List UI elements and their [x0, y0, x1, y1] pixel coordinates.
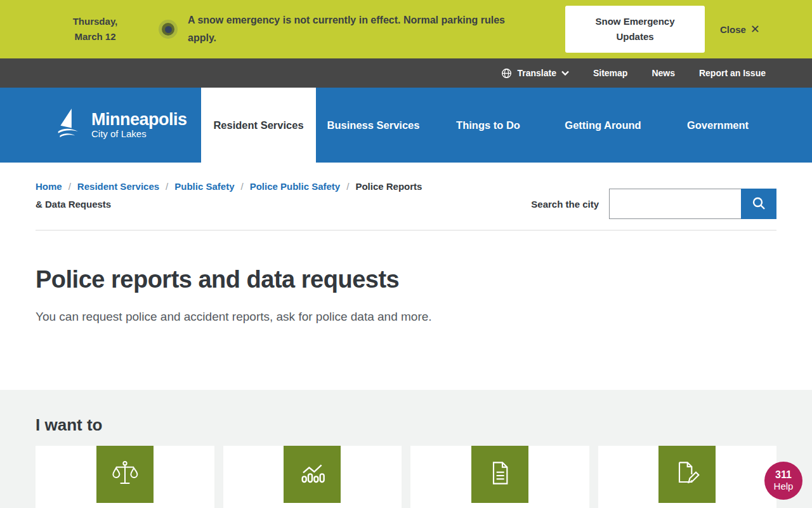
logo-name: Minneapolis	[91, 110, 187, 128]
globe-icon	[501, 68, 512, 79]
snow-status-icon	[159, 20, 178, 39]
nav-tab-government[interactable]: Government	[660, 88, 775, 163]
card-icon-box	[284, 446, 341, 503]
chevron-down-icon	[561, 70, 569, 76]
i-want-to-heading: I want to	[36, 415, 776, 435]
search-icon	[752, 196, 766, 212]
logo-tagline: City of Lakes	[91, 128, 187, 140]
breadcrumb-link-public-safety[interactable]: Public Safety	[174, 181, 234, 192]
nav-tab-getting-around[interactable]: Getting Around	[546, 88, 660, 163]
page-intro-text: You can request police and accident repo…	[36, 307, 442, 326]
i-want-to-section: I want to	[0, 390, 812, 508]
utility-link-news[interactable]: News	[652, 68, 675, 78]
utility-link-report-an-issue[interactable]: Report an Issue	[699, 68, 766, 78]
breadcrumb-link-home[interactable]: Home	[36, 181, 62, 192]
breadcrumb-separator: /	[240, 181, 243, 192]
breadcrumb-search-row: Home/Resident Services/Public Safety/Pol…	[0, 163, 812, 230]
site-search: Search the city	[531, 178, 776, 230]
minneapolis-logo[interactable]: Minneapolis City of Lakes	[0, 88, 201, 163]
banner-date-line2: March 12	[57, 29, 133, 44]
nav-tab-things-to-do[interactable]: Things to Do	[431, 88, 546, 163]
card-icon-box	[658, 446, 716, 503]
snow-status-icon-ring	[162, 23, 174, 36]
sailboat-icon	[56, 107, 85, 143]
search-label: Search the city	[531, 199, 599, 210]
banner-date-line1: Thursday,	[57, 14, 133, 29]
crime-data-chart-icon	[297, 458, 327, 491]
nav-tab-resident-services[interactable]: Resident Services	[201, 88, 316, 163]
translate-dropdown[interactable]: Translate	[501, 68, 568, 79]
card-icon-box	[96, 446, 154, 503]
breadcrumb-separator: /	[346, 181, 349, 192]
utility-bar: Translate Sitemap News Report an Issue	[0, 58, 812, 88]
banner-date: Thursday, March 12	[57, 14, 133, 44]
request-form-edit-icon	[672, 458, 702, 491]
main-navigation: Minneapolis City of Lakes Resident Servi…	[0, 88, 812, 163]
breadcrumb-separator: /	[166, 181, 168, 192]
translate-label: Translate	[517, 68, 556, 78]
help-311-button[interactable]: 311 Help	[764, 462, 802, 500]
breadcrumb-link-resident-services[interactable]: Resident Services	[77, 181, 159, 192]
banner-close-button[interactable]: Close ✕	[720, 22, 760, 36]
utility-link-sitemap[interactable]: Sitemap	[593, 68, 627, 78]
banner-close-label: Close	[720, 24, 746, 35]
nav-items: Resident Services Business Services Thin…	[201, 88, 775, 163]
help-311-label: Help	[774, 481, 794, 492]
snow-status-icon-core	[165, 26, 172, 33]
logo-text: Minneapolis City of Lakes	[91, 110, 187, 140]
breadcrumb-separator: /	[69, 181, 71, 192]
report-document-icon	[485, 458, 515, 491]
search-button[interactable]	[741, 189, 776, 219]
card-request-form[interactable]	[598, 446, 777, 508]
page-title: Police reports and data requests	[36, 266, 776, 293]
banner-message: A snow emergency is not currently in eff…	[188, 11, 534, 47]
snow-emergency-updates-button[interactable]: Snow Emergency Updates	[565, 6, 705, 53]
card-icon-box	[471, 446, 528, 503]
page-intro: Police reports and data requests You can…	[0, 231, 812, 390]
breadcrumb-link-police-public-safety[interactable]: Police Public Safety	[250, 181, 341, 192]
card-scales[interactable]	[36, 446, 214, 508]
nav-tab-business-services[interactable]: Business Services	[316, 88, 431, 163]
snow-emergency-banner: Thursday, March 12 A snow emergency is n…	[0, 0, 812, 58]
scales-of-justice-icon	[110, 458, 140, 491]
help-311-number: 311	[775, 469, 792, 481]
i-want-to-cards	[36, 446, 776, 508]
card-report[interactable]	[410, 446, 589, 508]
close-icon: ✕	[750, 22, 760, 36]
breadcrumb: Home/Resident Services/Public Safety/Pol…	[36, 178, 429, 230]
search-input[interactable]	[609, 189, 741, 219]
card-crime-data[interactable]	[223, 446, 402, 508]
